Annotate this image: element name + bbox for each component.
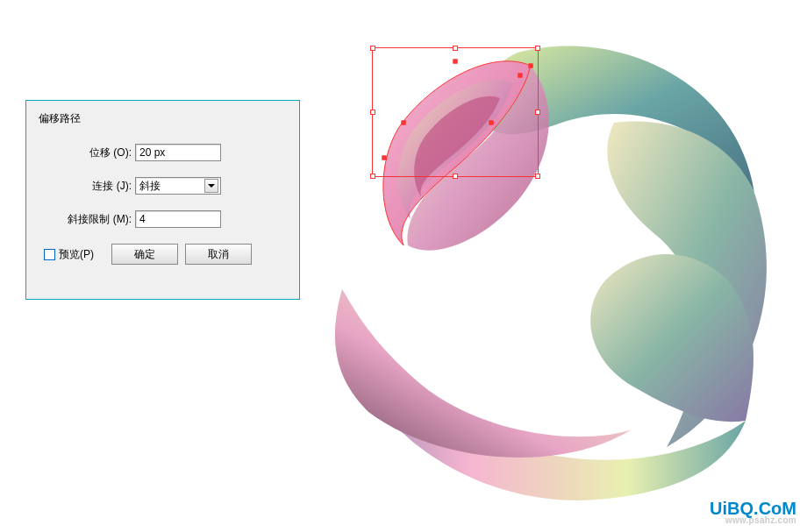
cancel-button[interactable]: 取消	[185, 244, 252, 265]
ok-button[interactable]: 确定	[111, 244, 178, 265]
join-value: 斜接	[139, 179, 161, 194]
preview-checkbox-wrap[interactable]: 预览(P)	[44, 247, 94, 262]
offset-input[interactable]	[135, 144, 221, 161]
preview-checkbox[interactable]	[44, 249, 55, 260]
dialog-title: 偏移路径	[39, 110, 287, 126]
anchor-point[interactable]	[382, 156, 387, 160]
anchor-point[interactable]	[529, 64, 533, 68]
anchor-point[interactable]	[453, 60, 458, 64]
gradient-sphere-graphic	[316, 35, 789, 508]
canvas-artwork	[316, 35, 789, 508]
miter-input[interactable]	[135, 210, 221, 228]
join-select[interactable]: 斜接	[135, 177, 221, 195]
offset-field-row: 位移 (O):	[39, 144, 287, 161]
chevron-down-icon	[204, 179, 218, 193]
anchor-point[interactable]	[489, 121, 494, 125]
button-row: 预览(P) 确定 取消	[39, 244, 287, 265]
preview-label: 预览(P)	[59, 247, 94, 262]
watermark: UiBQ.CoM www.psahz.com	[710, 499, 796, 525]
join-label: 连接 (J):	[56, 179, 135, 194]
offset-label: 位移 (O):	[56, 145, 135, 160]
miter-label: 斜接限制 (M):	[56, 212, 135, 227]
anchor-point[interactable]	[518, 74, 523, 78]
join-field-row: 连接 (J): 斜接	[39, 177, 287, 195]
offset-path-dialog: 偏移路径 位移 (O): 连接 (J): 斜接 斜接限制 (M): 预览(P) …	[25, 100, 300, 300]
anchor-point[interactable]	[402, 121, 406, 125]
miter-field-row: 斜接限制 (M):	[39, 210, 287, 228]
